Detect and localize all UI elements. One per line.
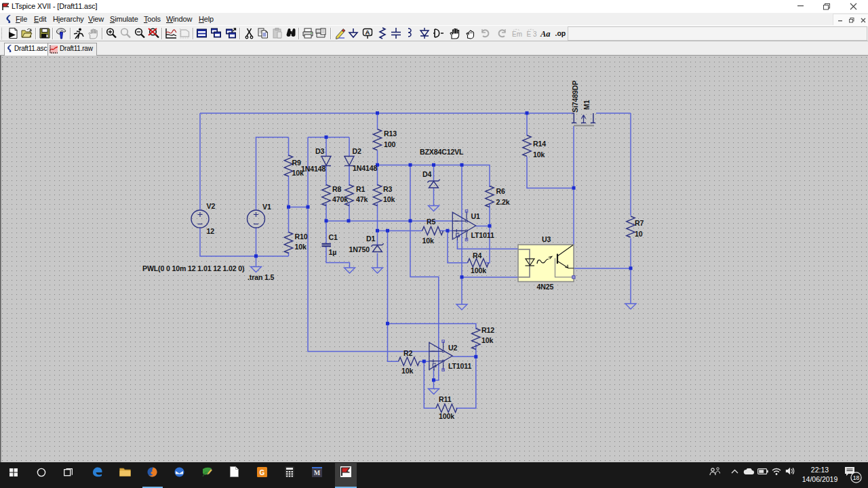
svg-text:R3: R3 xyxy=(383,185,393,193)
svg-text:R9: R9 xyxy=(292,159,302,167)
svg-text:A: A xyxy=(366,28,370,36)
svg-text:R11: R11 xyxy=(439,395,452,403)
svg-text:Em: Em xyxy=(512,30,522,38)
svg-text:R12: R12 xyxy=(481,326,494,334)
svg-text:LT1011: LT1011 xyxy=(448,362,471,370)
svg-text:M1: M1 xyxy=(583,100,591,110)
svg-text:D4: D4 xyxy=(422,170,432,178)
svg-text:V1: V1 xyxy=(262,203,271,211)
svg-text:R2: R2 xyxy=(403,349,413,357)
svg-text:100k: 100k xyxy=(471,266,486,274)
svg-text:V2: V2 xyxy=(207,202,216,210)
svg-text:U2: U2 xyxy=(448,344,458,352)
svg-text:R4: R4 xyxy=(473,251,482,260)
svg-text:R8: R8 xyxy=(332,185,342,193)
svg-text:100k: 100k xyxy=(439,412,454,420)
svg-text:R13: R13 xyxy=(384,129,397,138)
svg-text:10k: 10k xyxy=(422,237,434,245)
svg-text:1N4148: 1N4148 xyxy=(301,165,326,173)
svg-text:1N4148: 1N4148 xyxy=(353,164,377,172)
svg-text:4N25: 4N25 xyxy=(537,283,554,291)
svg-text:.op: .op xyxy=(555,29,566,37)
svg-text:D2: D2 xyxy=(353,147,362,155)
svg-text:18: 18 xyxy=(853,474,860,481)
svg-text:U3: U3 xyxy=(542,235,551,243)
svg-text:G: G xyxy=(260,469,265,476)
svg-text:D3: D3 xyxy=(315,147,325,155)
svg-text:.tran 1.5: .tran 1.5 xyxy=(248,273,275,281)
svg-text:E 3: E 3 xyxy=(527,30,537,38)
svg-text:10: 10 xyxy=(635,230,643,238)
svg-text:470k: 470k xyxy=(332,195,348,203)
svg-text:10k: 10k xyxy=(533,150,545,159)
svg-text:M: M xyxy=(314,469,321,476)
svg-text:100: 100 xyxy=(384,140,395,148)
svg-text:R14: R14 xyxy=(533,140,546,148)
svg-text:LT1011: LT1011 xyxy=(471,231,494,239)
svg-text:47k: 47k xyxy=(356,195,368,203)
svg-text:R7: R7 xyxy=(635,219,644,227)
svg-text:U1: U1 xyxy=(471,212,481,220)
svg-text:BZX84C12VL: BZX84C12VL xyxy=(420,148,464,156)
svg-text:1N750: 1N750 xyxy=(349,245,370,253)
svg-text:R10: R10 xyxy=(295,232,308,241)
svg-text:10k: 10k xyxy=(383,195,395,203)
svg-text:R6: R6 xyxy=(496,187,506,195)
svg-text:C1: C1 xyxy=(329,233,338,241)
svg-text:10k: 10k xyxy=(295,243,307,251)
svg-text:Si7489DP: Si7489DP xyxy=(571,81,579,113)
svg-text:12: 12 xyxy=(207,227,215,235)
svg-text:10k: 10k xyxy=(401,367,413,375)
svg-text:2.2k: 2.2k xyxy=(496,198,510,206)
svg-text:D1: D1 xyxy=(366,235,376,243)
svg-text:Aa: Aa xyxy=(540,29,551,39)
svg-text:R5: R5 xyxy=(427,218,436,226)
svg-text:1µ: 1µ xyxy=(329,248,337,256)
svg-text:PWL(0 0 10m 12 1.01 12 1.02 0): PWL(0 0 10m 12 1.01 12 1.02 0) xyxy=(142,264,244,272)
svg-text:R1: R1 xyxy=(356,185,366,193)
svg-text:10k: 10k xyxy=(481,336,493,344)
